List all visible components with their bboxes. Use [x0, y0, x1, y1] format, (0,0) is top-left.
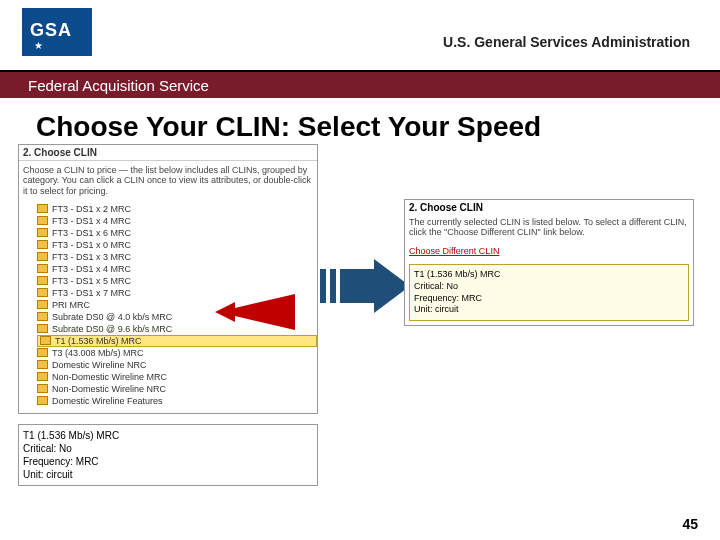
tree-item-label: FT3 - DS1 x 0 MRC	[52, 240, 131, 250]
tree-item[interactable]: FT3 - DS1 x 6 MRC	[37, 227, 317, 239]
left-desc: Choose a CLIN to price — the list below …	[19, 161, 317, 201]
tree-item[interactable]: FT3 - DS1 x 5 MRC	[37, 275, 317, 287]
selected-line3: Frequency: MRC	[414, 293, 684, 305]
tree-item-label: FT3 - DS1 x 7 MRC	[52, 288, 131, 298]
tree-item[interactable]: FT3 - DS1 x 4 MRC	[37, 215, 317, 227]
folder-icon	[37, 384, 48, 393]
title-line1: Choose Your CLIN: Select Your Speed	[36, 111, 541, 142]
folder-icon	[37, 288, 48, 297]
tree-item-label: Domestic Wireline NRC	[52, 360, 147, 370]
tree-item-label: Non-Domestic Wireline MRC	[52, 372, 167, 382]
svg-marker-0	[215, 294, 295, 330]
right-step-title: 2. Choose CLIN	[405, 200, 693, 215]
svg-rect-2	[330, 269, 336, 303]
tree-item-label: FT3 - DS1 x 4 MRC	[52, 216, 131, 226]
selected-line1: T1 (1.536 Mb/s) MRC	[414, 269, 684, 281]
tree-item-label: T3 (43.008 Mb/s) MRC	[52, 348, 144, 358]
attr-line3: Frequency: MRC	[23, 455, 313, 468]
subheader-bar: Federal Acquisition Service	[0, 70, 720, 98]
left-step-title: 2. Choose CLIN	[19, 145, 317, 161]
choose-different-clin-link[interactable]: Choose Different CLIN	[405, 244, 503, 258]
blue-arrow-icon	[320, 259, 410, 313]
folder-icon	[37, 228, 48, 237]
folder-icon	[37, 240, 48, 249]
selected-line4: Unit: circuit	[414, 304, 684, 316]
tree-item[interactable]: FT3 - DS1 x 2 MRC	[37, 203, 317, 215]
tree-item-label: FT3 - DS1 x 2 MRC	[52, 204, 131, 214]
attr-line4: Unit: circuit	[23, 468, 313, 481]
selected-clin-box: T1 (1.536 Mb/s) MRC Critical: No Frequen…	[409, 264, 689, 321]
slide: GSA ★ U.S. General Services Administrati…	[0, 0, 720, 540]
folder-icon	[37, 360, 48, 369]
tree-item[interactable]: T3 (43.008 Mb/s) MRC	[37, 347, 317, 359]
folder-icon	[37, 348, 48, 357]
tree-item[interactable]: Non-Domestic Wireline NRC	[37, 383, 317, 395]
folder-icon	[37, 204, 48, 213]
svg-rect-1	[320, 269, 326, 303]
tree-item[interactable]: Non-Domestic Wireline MRC	[37, 371, 317, 383]
gsa-logo-text: GSA	[22, 8, 92, 41]
tree-item-label: Domestic Wireline Features	[52, 396, 163, 406]
logo-star-icon: ★	[34, 40, 46, 51]
attr-line2: Critical: No	[23, 442, 313, 455]
folder-icon	[37, 300, 48, 309]
panel-choose-clin-tree: 2. Choose CLIN Choose a CLIN to price — …	[18, 144, 318, 414]
tree-item[interactable]: Domestic Wireline Features	[37, 395, 317, 407]
folder-icon	[37, 372, 48, 381]
tree-item[interactable]: FT3 - DS1 x 0 MRC	[37, 239, 317, 251]
tree-item[interactable]: FT3 - DS1 x 3 MRC	[37, 251, 317, 263]
attr-line1: T1 (1.536 Mb/s) MRC	[23, 429, 313, 442]
header-top: GSA ★ U.S. General Services Administrati…	[0, 0, 720, 70]
tree-item[interactable]: T1 (1.536 Mb/s) MRC	[37, 335, 317, 347]
content-area: 2. Choose CLIN Choose a CLIN to price — …	[0, 144, 720, 524]
folder-icon	[40, 336, 51, 345]
tree-item-label: Subrate DS0 @ 4.0 kb/s MRC	[52, 312, 172, 322]
folder-icon	[37, 276, 48, 285]
org-title: U.S. General Services Administration	[443, 34, 690, 50]
tree-item-label: FT3 - DS1 x 3 MRC	[52, 252, 131, 262]
folder-icon	[37, 252, 48, 261]
slide-title: Choose Your CLIN: Select Your Speed	[0, 98, 720, 144]
tree-item[interactable]: Domestic Wireline NRC	[37, 359, 317, 371]
gsa-logo: GSA ★	[22, 8, 92, 56]
tree-item-label: T1 (1.536 Mb/s) MRC	[55, 336, 142, 346]
folder-icon	[37, 324, 48, 333]
page-number: 45	[682, 516, 698, 532]
tree-item-label: FT3 - DS1 x 6 MRC	[52, 228, 131, 238]
tree-item[interactable]: FT3 - DS1 x 4 MRC	[37, 263, 317, 275]
tree-item-label: PRI MRC	[52, 300, 90, 310]
folder-icon	[37, 312, 48, 321]
folder-icon	[37, 216, 48, 225]
tree-item-label: FT3 - DS1 x 5 MRC	[52, 276, 131, 286]
folder-icon	[37, 264, 48, 273]
panel-clin-attributes: T1 (1.536 Mb/s) MRC Critical: No Frequen…	[18, 424, 318, 486]
svg-rect-3	[340, 269, 374, 303]
tree-item-label: FT3 - DS1 x 4 MRC	[52, 264, 131, 274]
folder-icon	[37, 396, 48, 405]
right-desc: The currently selected CLIN is listed be…	[405, 215, 693, 245]
red-arrow-icon	[215, 294, 295, 330]
panel-selected-clin: 2. Choose CLIN The currently selected CL…	[404, 199, 694, 326]
tree-item-label: Subrate DS0 @ 9.6 kb/s MRC	[52, 324, 172, 334]
tree-item-label: Non-Domestic Wireline NRC	[52, 384, 166, 394]
selected-line2: Critical: No	[414, 281, 684, 293]
